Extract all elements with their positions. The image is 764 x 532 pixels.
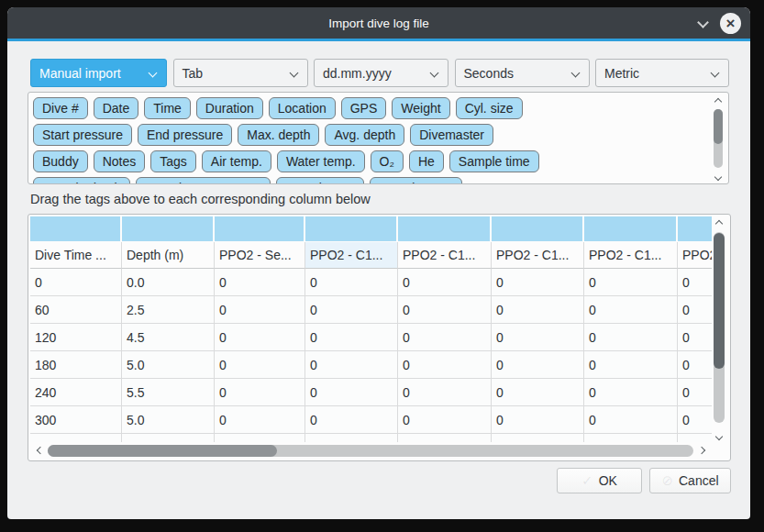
scrollbar-track[interactable] <box>714 232 725 423</box>
table-cell <box>678 434 712 442</box>
tag-notes[interactable]: Notes <box>94 150 146 172</box>
drop-target-cell[interactable] <box>584 216 678 242</box>
scrollbar-thumb[interactable] <box>714 233 725 369</box>
chevron-down-icon <box>431 70 438 77</box>
drop-target-cell[interactable] <box>30 216 122 242</box>
scrollbar-thumb[interactable] <box>714 109 723 144</box>
table-row: 2405.5000000 <box>30 379 712 406</box>
combo-value: Tab <box>183 66 204 81</box>
table-cell <box>122 434 215 442</box>
chevron-down-icon <box>291 70 298 77</box>
cancel-button[interactable]: ⊘ Cancel <box>649 468 731 493</box>
scrollbar-thumb[interactable] <box>48 445 277 457</box>
ok-button-label: OK <box>599 473 617 488</box>
table-cell: 0 <box>305 379 398 406</box>
tag-max-depth[interactable]: Max. depth <box>238 124 319 146</box>
tag-location[interactable]: Location <box>269 97 336 119</box>
scroll-down-icon[interactable] <box>714 433 724 440</box>
tag-gps[interactable]: GPS <box>341 97 387 119</box>
tag-tags[interactable]: Tags <box>150 150 196 172</box>
tag-sample-po[interactable]: Sample pO₂ <box>276 177 363 184</box>
table-cell <box>30 434 122 442</box>
drop-target-cell[interactable] <box>305 216 398 242</box>
tag-avg-depth[interactable]: Avg. depth <box>325 124 404 146</box>
chevron-down-icon <box>712 70 719 77</box>
scroll-up-icon[interactable] <box>714 218 724 226</box>
close-icon: × <box>726 16 736 31</box>
table-cell: 300 <box>30 406 122 434</box>
combo-value: Manual import <box>39 66 121 81</box>
dialog-buttons: ✓ OK ⊘ Cancel <box>7 468 731 493</box>
combo-manual-import[interactable]: Manual import <box>30 59 167 87</box>
scroll-right-icon[interactable] <box>699 446 706 455</box>
combo-value: Seconds <box>464 66 514 81</box>
scrollbar-track[interactable] <box>714 109 723 168</box>
table-cell: 0 <box>305 324 398 351</box>
table-cell: 0 <box>398 351 492 379</box>
tag-row: Sample depthSample temperatureSample pO₂… <box>33 177 703 184</box>
combo-metric[interactable]: Metric <box>595 59 729 87</box>
combo-tab[interactable]: Tab <box>173 59 308 87</box>
table-cell: 0 <box>584 269 678 296</box>
tag-end-pressure[interactable]: End pressure <box>138 124 232 146</box>
close-button[interactable]: × <box>720 13 741 34</box>
tag-water-temp[interactable]: Water temp. <box>277 150 365 172</box>
tag-sample-depth[interactable]: Sample depth <box>33 177 130 184</box>
drop-target-cell[interactable] <box>398 216 492 242</box>
table-cell: 0 <box>305 269 398 296</box>
table-cell: 0 <box>215 296 305 324</box>
combo-seconds[interactable]: Seconds <box>455 59 590 87</box>
table-row: 1805.0000000 <box>30 351 712 379</box>
tag-sample-cns[interactable]: Sample CNS <box>370 177 462 184</box>
table-row: 00.0000000 <box>30 269 712 296</box>
tag-rows: Dive #DateTimeDurationLocationGPSWeightC… <box>33 97 703 184</box>
scroll-down-icon[interactable] <box>714 173 723 181</box>
column-header: PPO2 - C1... <box>678 242 712 269</box>
tag-dive[interactable]: Dive # <box>33 97 88 119</box>
table-cell: 0 <box>678 324 712 351</box>
drop-target-cell[interactable] <box>492 216 584 242</box>
tag-duration[interactable]: Duration <box>196 97 263 119</box>
table-horizontal-scrollbar <box>28 443 730 460</box>
table-cell: 0 <box>492 379 584 406</box>
checkmark-icon: ✓ <box>581 472 593 489</box>
tag-buddy[interactable]: Buddy <box>33 150 88 172</box>
scroll-up-icon[interactable] <box>714 96 723 104</box>
tag-time[interactable]: Time <box>144 97 191 119</box>
table-cell: 0 <box>305 296 398 324</box>
table-cell: 0 <box>584 324 678 351</box>
column-header: PPO2 - C1... <box>305 242 398 269</box>
table-header-row: Dive Time ...Depth (m)PPO2 - Se...PPO2 -… <box>30 242 712 269</box>
table-cell <box>215 434 305 442</box>
tag-air-temp[interactable]: Air temp. <box>202 150 271 172</box>
table-cell <box>305 434 398 442</box>
table-cell: 0 <box>215 379 305 406</box>
table-cell: 120 <box>30 324 122 351</box>
tag-date[interactable]: Date <box>94 97 139 119</box>
column-header: Depth (m) <box>122 242 215 269</box>
combo-dd-mm-yyyy[interactable]: dd.mm.yyyy <box>314 59 448 87</box>
tag-panel-scrollbar <box>711 96 725 181</box>
drop-target-cell[interactable] <box>678 216 712 242</box>
drop-target-cell[interactable] <box>215 216 305 242</box>
tag-sample-time[interactable]: Sample time <box>449 150 539 172</box>
column-header: PPO2 - C1... <box>492 242 584 269</box>
tag-sample-temperature[interactable]: Sample temperature <box>136 177 271 184</box>
drop-target-cell[interactable] <box>122 216 215 242</box>
table-row: 602.5000000 <box>30 296 712 324</box>
tag-he[interactable]: He <box>409 150 444 172</box>
column-header: PPO2 - Se... <box>215 242 305 269</box>
tag-cyl-size[interactable]: Cyl. size <box>456 97 523 119</box>
ok-button[interactable]: ✓ OK <box>557 468 642 493</box>
cancel-button-label: Cancel <box>679 473 719 488</box>
chevron-down-icon <box>572 70 580 77</box>
tag-start-pressure[interactable]: Start pressure <box>33 124 132 146</box>
titlebar-chevron-down-icon[interactable] <box>698 18 707 28</box>
tag-weight[interactable]: Weight <box>392 97 449 119</box>
tag-o[interactable]: O₂ <box>371 150 404 172</box>
scroll-left-icon[interactable] <box>35 446 42 455</box>
combo-value: dd.mm.yyyy <box>323 66 392 81</box>
table-row: 3005.0000000 <box>30 406 712 434</box>
scrollbar-track[interactable] <box>48 445 693 457</box>
tag-divemaster[interactable]: Divemaster <box>410 124 493 146</box>
